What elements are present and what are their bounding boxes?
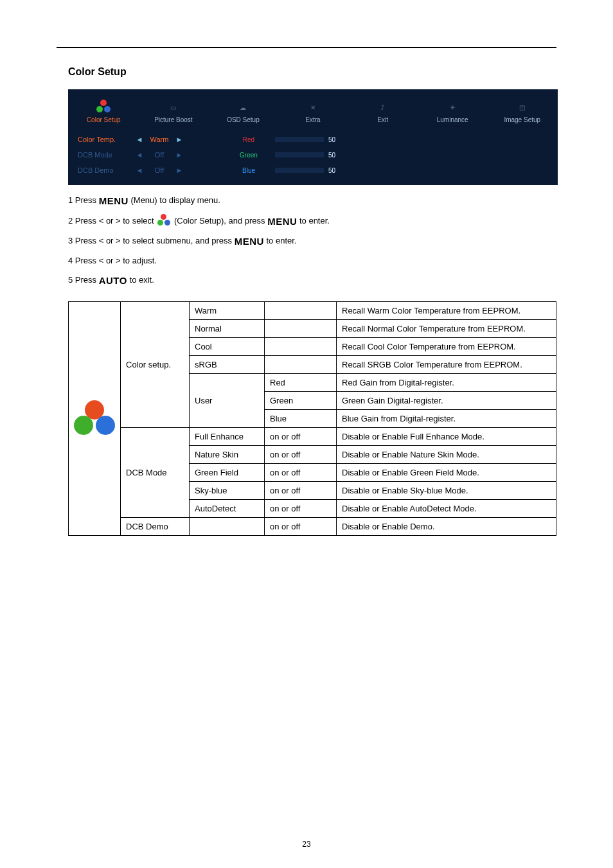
menu-button-label: MENU xyxy=(99,195,129,206)
cell: Full Enhance xyxy=(190,428,265,446)
left-arrow-icon[interactable]: ◄ xyxy=(136,166,143,174)
tab-osd-setup[interactable]: ☁ OSD Setup xyxy=(208,90,278,126)
osd-row-dcb-demo[interactable]: DCB Demo ◄ Off ► Blue 50 xyxy=(78,163,551,178)
cell: Red xyxy=(265,374,337,392)
cell: Cool xyxy=(190,338,265,356)
cell: Disable or Enable Green Field Mode. xyxy=(337,464,556,482)
cell: Blue xyxy=(265,410,337,428)
tab-label: Luminance xyxy=(437,116,468,123)
osd-setup-icon: ☁ xyxy=(233,100,253,115)
osd-row-color-temp[interactable]: Color Temp. ◄ Warm ► Red 50 xyxy=(78,132,551,147)
cell: Warm xyxy=(190,302,265,320)
cell: Disable or Enable Demo. xyxy=(337,518,556,536)
tab-exit[interactable]: ⤴ Exit xyxy=(348,90,418,126)
menu-button-label: MENU xyxy=(235,236,264,247)
step-3: 3 Press < or > to select submenu, and pr… xyxy=(68,235,556,248)
color-setup-icon xyxy=(74,400,115,438)
step-text: (Menu) to display menu. xyxy=(130,195,220,205)
step-1: 1 Press MENU (Menu) to display menu. xyxy=(68,194,556,208)
slider-value: 50 xyxy=(328,167,344,174)
cell xyxy=(265,320,337,338)
cell: on or off xyxy=(265,464,337,482)
cell: on or off xyxy=(265,500,337,518)
step-text: 2 Press < or > to select xyxy=(68,216,156,226)
exit-icon: ⤴ xyxy=(373,100,393,115)
tab-picture-boost[interactable]: ▭ Picture Boost xyxy=(139,90,209,126)
right-arrow-icon[interactable]: ► xyxy=(175,151,183,159)
step-text: to enter. xyxy=(299,216,330,226)
cell: Disable or Enable AutoDetect Mode. xyxy=(337,500,556,518)
osd-item-value: Off xyxy=(143,151,175,159)
step-text: to enter. xyxy=(267,236,297,245)
cell xyxy=(265,356,337,374)
cell: Recall Cool Color Temperature from EEPRO… xyxy=(337,338,556,356)
left-arrow-icon[interactable]: ◄ xyxy=(136,151,143,159)
cell: Blue Gain from Digital-register. xyxy=(337,410,556,428)
cell: Green Field xyxy=(190,464,265,482)
osd-item-label: Color Temp. xyxy=(78,136,136,143)
cell: Green Gain Digital-register. xyxy=(337,392,556,410)
left-arrow-icon[interactable]: ◄ xyxy=(136,136,143,143)
right-arrow-icon[interactable]: ► xyxy=(175,166,183,174)
slider-red[interactable] xyxy=(274,136,324,143)
slider-blue[interactable] xyxy=(274,167,324,173)
osd-item-value: Off xyxy=(143,166,175,174)
cell: on or off xyxy=(265,428,337,446)
step-text: 1 Press xyxy=(68,195,99,205)
group-label: DCB Demo xyxy=(121,518,190,536)
cell xyxy=(265,338,337,356)
cell: Disable or Enable Full Enhance Mode. xyxy=(337,428,556,446)
step-text: (Color Setup), and press xyxy=(174,216,267,226)
osd-item-label: DCB Demo xyxy=(78,166,136,174)
page-number: 23 xyxy=(0,840,613,849)
tab-extra[interactable]: ✕ Extra xyxy=(278,90,348,126)
channel-label: Green xyxy=(223,152,274,159)
top-divider xyxy=(57,47,556,48)
tab-image-setup[interactable]: ◫ Image Setup xyxy=(487,90,557,126)
luminance-icon: ☀ xyxy=(443,100,462,115)
tab-color-setup[interactable]: Color Setup xyxy=(69,90,139,126)
description-table: Color setup. Warm Recall Warm Color Temp… xyxy=(68,301,556,536)
step-4: 4 Press < or > to adjust. xyxy=(68,254,556,267)
step-5: 5 Press AUTO to exit. xyxy=(68,274,556,287)
menu-button-label: MENU xyxy=(267,216,297,227)
cell: User xyxy=(190,374,265,428)
cell: Recall Normal Color Temperature from EEP… xyxy=(337,320,556,338)
tab-label: Color Setup xyxy=(87,116,121,123)
step-text: to exit. xyxy=(130,275,154,285)
cell xyxy=(190,518,265,536)
cell: Green xyxy=(265,392,337,410)
color-setup-icon xyxy=(94,100,113,115)
cell: Disable or Enable Sky-blue Mode. xyxy=(337,482,556,500)
auto-button-label: AUTO xyxy=(99,275,127,286)
cell: Normal xyxy=(190,320,265,338)
cell: on or off xyxy=(265,446,337,464)
picture-boost-icon: ▭ xyxy=(164,100,183,115)
instruction-steps: 1 Press MENU (Menu) to display menu. 2 P… xyxy=(68,194,556,287)
group-label: DCB Mode xyxy=(121,428,190,518)
image-setup-icon: ◫ xyxy=(513,100,532,115)
section-title: Color Setup xyxy=(68,66,556,78)
slider-value: 50 xyxy=(328,136,344,143)
step-text: 4 Press < or > to adjust. xyxy=(68,256,157,265)
cell: sRGB xyxy=(190,356,265,374)
cell: Red Gain from Digital-register. xyxy=(337,374,556,392)
tab-label: Extra xyxy=(305,116,320,123)
cell: Sky-blue xyxy=(190,482,265,500)
channel-label: Red xyxy=(223,136,274,143)
cell xyxy=(265,302,337,320)
osd-panel: Color Setup ▭ Picture Boost ☁ OSD Setup … xyxy=(68,89,558,185)
table-icon-cell xyxy=(69,302,121,536)
slider-green[interactable] xyxy=(274,152,324,158)
tab-luminance[interactable]: ☀ Luminance xyxy=(418,90,488,126)
tab-label: Image Setup xyxy=(504,116,540,123)
tab-label: OSD Setup xyxy=(227,116,260,123)
step-2: 2 Press < or > to select (Color Setup), … xyxy=(68,214,556,228)
osd-row-dcb-mode[interactable]: DCB Mode ◄ Off ► Green 50 xyxy=(78,147,551,163)
osd-item-value: Warm xyxy=(143,136,175,143)
group-label: Color setup. xyxy=(121,302,190,428)
cell: Disable or Enable Nature Skin Mode. xyxy=(337,446,556,464)
cell: on or off xyxy=(265,482,337,500)
extra-icon: ✕ xyxy=(303,100,323,115)
right-arrow-icon[interactable]: ► xyxy=(175,136,183,143)
